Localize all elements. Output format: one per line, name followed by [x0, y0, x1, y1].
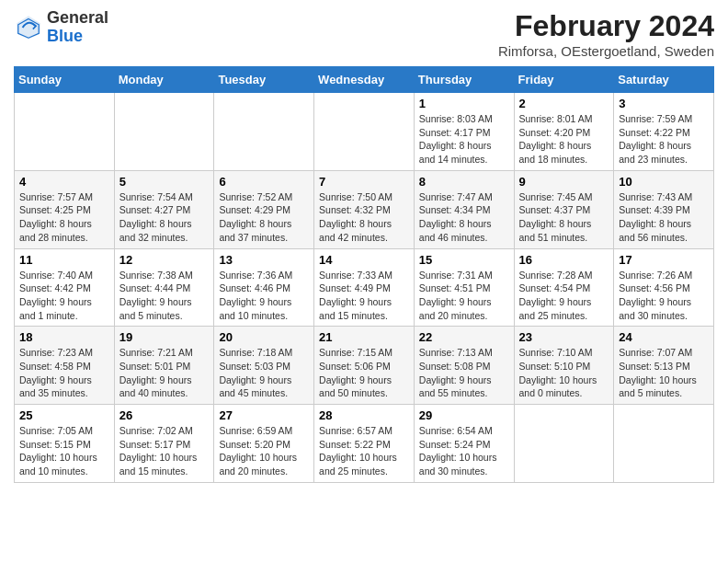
- day-info: Sunrise: 7:31 AM Sunset: 4:51 PM Dayligh…: [419, 269, 509, 323]
- calendar-cell: 5Sunrise: 7:54 AM Sunset: 4:27 PM Daylig…: [114, 170, 214, 248]
- calendar-cell: 24Sunrise: 7:07 AM Sunset: 5:13 PM Dayli…: [614, 327, 714, 405]
- day-info: Sunrise: 7:28 AM Sunset: 4:54 PM Dayligh…: [519, 269, 609, 323]
- calendar-cell: 22Sunrise: 7:13 AM Sunset: 5:08 PM Dayli…: [414, 327, 514, 405]
- day-number: 15: [419, 253, 509, 267]
- weekday-header-cell: Sunday: [15, 67, 115, 93]
- day-number: 25: [19, 408, 109, 422]
- calendar-cell: [314, 93, 415, 171]
- calendar-cell: 29Sunrise: 6:54 AM Sunset: 5:24 PM Dayli…: [414, 405, 514, 483]
- day-info: Sunrise: 7:02 AM Sunset: 5:17 PM Dayligh…: [119, 424, 210, 478]
- calendar-cell: 28Sunrise: 6:57 AM Sunset: 5:22 PM Dayli…: [314, 405, 415, 483]
- day-number: 7: [319, 175, 409, 189]
- calendar-cell: 19Sunrise: 7:21 AM Sunset: 5:01 PM Dayli…: [114, 327, 214, 405]
- weekday-header-row: SundayMondayTuesdayWednesdayThursdayFrid…: [15, 67, 714, 93]
- calendar-week-row: 11Sunrise: 7:40 AM Sunset: 4:42 PM Dayli…: [15, 248, 714, 327]
- main-title: February 2024: [498, 9, 714, 43]
- weekday-header-cell: Thursday: [414, 67, 514, 93]
- logo-icon: [14, 13, 43, 42]
- day-info: Sunrise: 7:45 AM Sunset: 4:37 PM Dayligh…: [519, 190, 609, 245]
- calendar-cell: [114, 93, 214, 171]
- day-number: 24: [619, 330, 709, 344]
- day-info: Sunrise: 7:59 AM Sunset: 4:22 PM Dayligh…: [619, 112, 709, 167]
- day-info: Sunrise: 7:47 AM Sunset: 4:34 PM Dayligh…: [419, 190, 509, 245]
- day-number: 22: [419, 330, 509, 344]
- calendar-cell: 13Sunrise: 7:36 AM Sunset: 4:46 PM Dayli…: [214, 248, 314, 327]
- weekday-header-cell: Friday: [514, 67, 614, 93]
- calendar-cell: 15Sunrise: 7:31 AM Sunset: 4:51 PM Dayli…: [414, 248, 514, 327]
- logo: General Blue: [14, 9, 108, 46]
- day-info: Sunrise: 7:18 AM Sunset: 5:03 PM Dayligh…: [219, 346, 309, 400]
- day-info: Sunrise: 7:36 AM Sunset: 4:46 PM Dayligh…: [219, 269, 309, 323]
- calendar-cell: 27Sunrise: 6:59 AM Sunset: 5:20 PM Dayli…: [214, 405, 314, 483]
- day-number: 12: [119, 253, 210, 267]
- day-info: Sunrise: 7:33 AM Sunset: 4:49 PM Dayligh…: [319, 269, 409, 323]
- day-number: 10: [619, 175, 709, 189]
- calendar-table: SundayMondayTuesdayWednesdayThursdayFrid…: [14, 66, 714, 483]
- day-number: 14: [319, 253, 409, 267]
- day-info: Sunrise: 7:38 AM Sunset: 4:44 PM Dayligh…: [119, 269, 210, 323]
- calendar-cell: 21Sunrise: 7:15 AM Sunset: 5:06 PM Dayli…: [314, 327, 415, 405]
- calendar-week-row: 25Sunrise: 7:05 AM Sunset: 5:15 PM Dayli…: [15, 405, 714, 483]
- day-number: 9: [519, 175, 609, 189]
- day-number: 20: [219, 330, 309, 344]
- day-info: Sunrise: 7:05 AM Sunset: 5:15 PM Dayligh…: [19, 424, 109, 478]
- calendar-cell: [614, 405, 714, 483]
- day-number: 5: [119, 175, 210, 189]
- calendar-cell: 25Sunrise: 7:05 AM Sunset: 5:15 PM Dayli…: [15, 405, 115, 483]
- calendar-week-row: 18Sunrise: 7:23 AM Sunset: 4:58 PM Dayli…: [15, 327, 714, 405]
- day-number: 23: [519, 330, 609, 344]
- calendar-week-row: 4Sunrise: 7:57 AM Sunset: 4:25 PM Daylig…: [15, 170, 714, 248]
- calendar-cell: 9Sunrise: 7:45 AM Sunset: 4:37 PM Daylig…: [514, 170, 614, 248]
- logo-text: General Blue: [47, 9, 108, 46]
- day-number: 6: [219, 175, 309, 189]
- day-info: Sunrise: 7:23 AM Sunset: 4:58 PM Dayligh…: [19, 346, 109, 400]
- day-number: 8: [419, 175, 509, 189]
- day-number: 16: [519, 253, 609, 267]
- day-info: Sunrise: 7:15 AM Sunset: 5:06 PM Dayligh…: [319, 346, 409, 400]
- calendar-cell: 14Sunrise: 7:33 AM Sunset: 4:49 PM Dayli…: [314, 248, 415, 327]
- day-number: 29: [419, 408, 509, 422]
- calendar-cell: 17Sunrise: 7:26 AM Sunset: 4:56 PM Dayli…: [614, 248, 714, 327]
- day-info: Sunrise: 7:26 AM Sunset: 4:56 PM Dayligh…: [619, 269, 709, 323]
- day-number: 26: [119, 408, 210, 422]
- day-info: Sunrise: 7:10 AM Sunset: 5:10 PM Dayligh…: [519, 346, 609, 400]
- day-number: 4: [19, 175, 109, 189]
- calendar-cell: 12Sunrise: 7:38 AM Sunset: 4:44 PM Dayli…: [114, 248, 214, 327]
- calendar-cell: 10Sunrise: 7:43 AM Sunset: 4:39 PM Dayli…: [614, 170, 714, 248]
- day-number: 19: [119, 330, 210, 344]
- day-number: 3: [619, 97, 709, 110]
- day-info: Sunrise: 7:21 AM Sunset: 5:01 PM Dayligh…: [119, 346, 210, 400]
- day-info: Sunrise: 8:01 AM Sunset: 4:20 PM Dayligh…: [519, 112, 609, 167]
- calendar-cell: 7Sunrise: 7:50 AM Sunset: 4:32 PM Daylig…: [314, 170, 415, 248]
- calendar-body: 1Sunrise: 8:03 AM Sunset: 4:17 PM Daylig…: [15, 93, 714, 483]
- weekday-header-cell: Saturday: [614, 67, 714, 93]
- calendar-cell: 4Sunrise: 7:57 AM Sunset: 4:25 PM Daylig…: [15, 170, 115, 248]
- day-number: 1: [419, 97, 509, 110]
- weekday-header-cell: Tuesday: [214, 67, 314, 93]
- calendar-cell: [15, 93, 115, 171]
- day-number: 27: [219, 408, 309, 422]
- day-info: Sunrise: 6:59 AM Sunset: 5:20 PM Dayligh…: [219, 424, 309, 478]
- day-number: 11: [19, 253, 109, 267]
- day-info: Sunrise: 7:43 AM Sunset: 4:39 PM Dayligh…: [619, 190, 709, 245]
- day-info: Sunrise: 8:03 AM Sunset: 4:17 PM Dayligh…: [419, 112, 509, 167]
- day-number: 13: [219, 253, 309, 267]
- day-number: 2: [519, 97, 609, 110]
- calendar-cell: 26Sunrise: 7:02 AM Sunset: 5:17 PM Dayli…: [114, 405, 214, 483]
- calendar-cell: 11Sunrise: 7:40 AM Sunset: 4:42 PM Dayli…: [15, 248, 115, 327]
- header: General Blue February 2024 Rimforsa, OEs…: [14, 9, 714, 59]
- calendar-week-row: 1Sunrise: 8:03 AM Sunset: 4:17 PM Daylig…: [15, 93, 714, 171]
- day-info: Sunrise: 6:54 AM Sunset: 5:24 PM Dayligh…: [419, 424, 509, 478]
- day-info: Sunrise: 6:57 AM Sunset: 5:22 PM Dayligh…: [319, 424, 409, 478]
- day-number: 21: [319, 330, 409, 344]
- calendar-cell: 18Sunrise: 7:23 AM Sunset: 4:58 PM Dayli…: [15, 327, 115, 405]
- calendar-cell: 20Sunrise: 7:18 AM Sunset: 5:03 PM Dayli…: [214, 327, 314, 405]
- day-info: Sunrise: 7:57 AM Sunset: 4:25 PM Dayligh…: [19, 190, 109, 245]
- day-info: Sunrise: 7:07 AM Sunset: 5:13 PM Dayligh…: [619, 346, 709, 400]
- calendar-cell: 1Sunrise: 8:03 AM Sunset: 4:17 PM Daylig…: [414, 93, 514, 171]
- calendar-cell: 3Sunrise: 7:59 AM Sunset: 4:22 PM Daylig…: [614, 93, 714, 171]
- calendar-cell: [514, 405, 614, 483]
- calendar-cell: 8Sunrise: 7:47 AM Sunset: 4:34 PM Daylig…: [414, 170, 514, 248]
- day-info: Sunrise: 7:52 AM Sunset: 4:29 PM Dayligh…: [219, 190, 309, 245]
- day-info: Sunrise: 7:50 AM Sunset: 4:32 PM Dayligh…: [319, 190, 409, 245]
